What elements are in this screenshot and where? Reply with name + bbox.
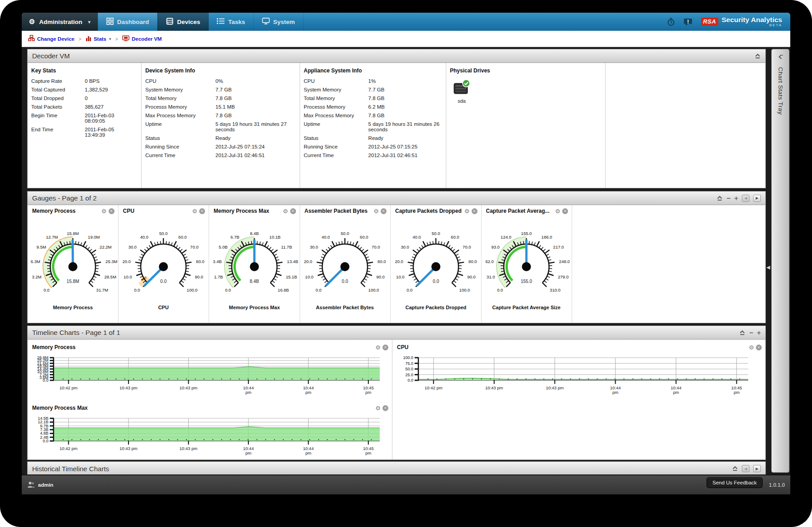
- prev-page-button[interactable]: ◀: [742, 195, 750, 202]
- svg-text:Capture Packet Average Size: Capture Packet Average Size: [492, 305, 561, 310]
- svg-text:10.0: 10.0: [124, 274, 132, 279]
- next-page-button[interactable]: ▶: [753, 465, 761, 472]
- tray-label: Chart Stats Tray: [777, 67, 784, 115]
- notification-message-icon[interactable]: [679, 13, 697, 31]
- breadcrumb-link[interactable]: Decoder VM: [132, 36, 162, 42]
- rsa-logo: RSA: [701, 18, 718, 26]
- svg-text:10:44pm: 10:44pm: [303, 446, 314, 455]
- tab-tasks[interactable]: Tasks: [209, 13, 253, 31]
- stat-label: Current Time: [304, 153, 368, 158]
- decoder-vm-panel: Decoder VM Key Stats Capture Rate0 BPSTo…: [27, 49, 766, 188]
- svg-text:100.0: 100.0: [403, 355, 413, 360]
- gear-icon[interactable]: ⚙: [192, 208, 197, 214]
- window-frame: ⚙ Administration ▾ Dashboard Devices Tas…: [0, 0, 812, 527]
- gear-icon[interactable]: ⚙: [749, 345, 754, 350]
- close-icon[interactable]: ×: [562, 208, 568, 214]
- prev-page-button[interactable]: ◀: [742, 465, 750, 472]
- stat-row: Processs Memory6.2 MB: [300, 102, 444, 111]
- gauge-assembler-packet-bytes: Assembler Packet Bytes⚙×0.010.020.030.04…: [300, 205, 391, 323]
- gauge-memory-process-max: Memory Process Max⚙×0.01.7B3.4B5.0B6.7B8…: [209, 205, 300, 323]
- chevron-down-icon[interactable]: ▾: [109, 37, 111, 41]
- gear-icon[interactable]: ⚙: [373, 208, 379, 214]
- svg-text:50.0: 50.0: [432, 231, 440, 236]
- tab-devices[interactable]: Devices: [158, 13, 209, 31]
- administration-menu[interactable]: ⚙ Administration ▾: [22, 13, 98, 31]
- close-icon[interactable]: ×: [382, 405, 388, 411]
- stat-value: 7.8 GB: [215, 96, 298, 101]
- stat-value: 2012-Jul-25 07:15:25: [368, 144, 444, 149]
- stat-value: 5 days 19 hours 31 minutes 26 seconds: [368, 121, 444, 132]
- grow-button[interactable]: +: [734, 195, 738, 201]
- close-icon[interactable]: ×: [382, 345, 388, 350]
- stat-label: End Time: [31, 127, 85, 138]
- collapse-panel-button[interactable]: [755, 53, 761, 59]
- shrink-button[interactable]: −: [726, 195, 731, 201]
- brand-beta-tag: BETA: [769, 24, 782, 27]
- svg-text:25.3M: 25.3M: [105, 259, 117, 264]
- svg-text:70.0: 70.0: [463, 244, 471, 249]
- stat-label: Uptime: [145, 121, 215, 132]
- stat-label: Processs Memory: [145, 104, 215, 110]
- gear-icon[interactable]: ⚙: [555, 208, 560, 214]
- svg-text:10:44pm: 10:44pm: [610, 385, 621, 395]
- stat-value: 7.8 GB: [368, 113, 444, 118]
- tray-expand-arrow-icon[interactable]: ◀: [766, 264, 770, 270]
- stat-row: Running Since2012-Jul-25 07:15:25: [300, 142, 444, 151]
- svg-text:100.0: 100.0: [187, 287, 198, 292]
- breadcrumb-stats[interactable]: Stats ▾: [86, 35, 111, 43]
- grow-button[interactable]: +: [757, 329, 761, 336]
- breadcrumb-link[interactable]: Change Device: [37, 36, 74, 42]
- close-icon[interactable]: ×: [109, 208, 115, 214]
- svg-text:6.3M: 6.3M: [31, 259, 40, 264]
- gear-icon[interactable]: ⚙: [375, 405, 381, 411]
- decoder-vm-panel-body: Key Stats Capture Rate0 BPSTotal Capture…: [28, 63, 765, 188]
- next-page-button[interactable]: ▶: [753, 195, 761, 202]
- close-icon[interactable]: ×: [381, 208, 387, 214]
- svg-text:100.0: 100.0: [368, 287, 379, 292]
- timer-icon[interactable]: [663, 13, 679, 31]
- svg-text:40.0: 40.0: [412, 235, 421, 240]
- close-icon[interactable]: ×: [472, 208, 478, 214]
- gauges-panel-body: Memory Process⚙×0.03.2M6.3M9.5M12.7M15.8…: [28, 205, 765, 323]
- svg-text:60.0: 60.0: [451, 235, 459, 240]
- empty-column: [606, 63, 765, 188]
- gear-icon[interactable]: ⚙: [101, 208, 107, 214]
- svg-text:0.0: 0.0: [406, 287, 412, 292]
- panel-title: Timeline Charts - Page 1 of 1: [32, 329, 739, 336]
- collapse-panel-button[interactable]: [739, 330, 745, 335]
- tab-label: Dashboard: [117, 19, 149, 25]
- svg-text:0.0: 0.0: [160, 279, 167, 284]
- svg-text:10:45pm: 10:45pm: [731, 385, 742, 395]
- svg-text:3.2M: 3.2M: [32, 274, 41, 279]
- stat-label: Processs Memory: [304, 104, 368, 110]
- change-device-icon: [28, 35, 35, 43]
- gear-icon[interactable]: ⚙: [283, 208, 288, 214]
- gear-icon[interactable]: ⚙: [375, 345, 381, 350]
- breadcrumb-device[interactable]: Decoder VM: [122, 35, 162, 43]
- gauge-title: CPU: [123, 208, 192, 214]
- svg-text:0.0: 0.0: [43, 378, 48, 383]
- appliance-system-info-column: Appliance System Info CPU1%System Memory…: [300, 63, 446, 188]
- breadcrumb-link[interactable]: Stats: [94, 36, 106, 42]
- physical-drive-item[interactable]: sda: [453, 79, 471, 104]
- breadcrumb-change-device[interactable]: Change Device: [28, 35, 74, 43]
- stat-value: 2011-Feb-03 08:09:05: [85, 113, 139, 124]
- send-feedback-button[interactable]: Send Us Feedback: [707, 477, 763, 488]
- close-icon[interactable]: ×: [756, 345, 762, 350]
- logged-in-user[interactable]: admin: [27, 481, 53, 489]
- tab-system[interactable]: System: [254, 13, 304, 31]
- gear-icon[interactable]: ⚙: [464, 208, 470, 214]
- close-icon[interactable]: ×: [199, 208, 205, 214]
- close-icon[interactable]: ×: [290, 208, 296, 214]
- stat-value: 385,627: [85, 104, 139, 110]
- shrink-button[interactable]: −: [749, 329, 753, 336]
- collapse-left-icon[interactable]: [778, 53, 783, 62]
- collapse-panel-button[interactable]: [732, 466, 738, 471]
- chart-stats-tray[interactable]: Chart Stats Tray: [771, 49, 789, 473]
- stat-row: Max Process Memory7.8 GB: [300, 111, 444, 120]
- svg-text:90.0: 90.0: [195, 274, 204, 279]
- svg-text:93.0: 93.0: [492, 244, 500, 249]
- svg-text:Assembler Packet Bytes: Assembler Packet Bytes: [316, 305, 374, 310]
- tab-dashboard[interactable]: Dashboard: [98, 13, 158, 31]
- collapse-panel-button[interactable]: [716, 196, 723, 201]
